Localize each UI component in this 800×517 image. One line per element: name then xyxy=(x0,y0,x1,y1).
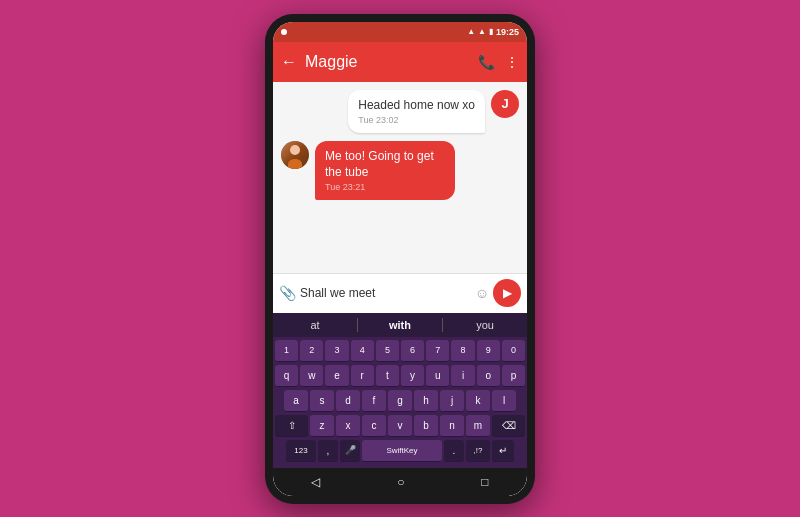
key-4[interactable]: 4 xyxy=(351,340,374,362)
nav-home-button[interactable]: ○ xyxy=(397,475,404,489)
key-i[interactable]: i xyxy=(451,365,474,387)
status-notifications xyxy=(281,29,287,35)
key-t[interactable]: t xyxy=(376,365,399,387)
keyboard-row-bottom: 123 , 🎤 SwiftKey . ,!? ↵ xyxy=(275,440,525,462)
wifi-icon: ▲ xyxy=(467,27,475,36)
autocomplete-bar: at with you xyxy=(273,313,527,337)
key-w[interactable]: w xyxy=(300,365,323,387)
key-z[interactable]: z xyxy=(310,415,334,437)
send-button[interactable]: ▶ xyxy=(493,279,521,307)
message-outgoing: Headed home now xo Tue 23:02 J xyxy=(281,90,519,134)
key-8[interactable]: 8 xyxy=(451,340,474,362)
key-b[interactable]: b xyxy=(414,415,438,437)
attach-icon[interactable]: 📎 xyxy=(279,285,296,301)
key-s[interactable]: s xyxy=(310,390,334,412)
contact-name: Maggie xyxy=(305,53,478,71)
key-j[interactable]: j xyxy=(440,390,464,412)
keyboard-row-qwerty: q w e r t y u i o p xyxy=(275,365,525,387)
keyboard: 1 2 3 4 5 6 7 8 9 0 q w e r t y u i xyxy=(273,337,527,468)
key-d[interactable]: d xyxy=(336,390,360,412)
incoming-message-text: Me too! Going to get the tube xyxy=(325,149,445,180)
key-0[interactable]: 0 xyxy=(502,340,525,362)
key-comma[interactable]: , xyxy=(318,440,338,462)
message-incoming: Me too! Going to get the tube Tue 23:21 xyxy=(281,141,519,200)
key-q[interactable]: q xyxy=(275,365,298,387)
key-5[interactable]: 5 xyxy=(376,340,399,362)
nav-back-button[interactable]: ◁ xyxy=(311,475,320,489)
incoming-bubble: Me too! Going to get the tube Tue 23:21 xyxy=(315,141,455,200)
message-input[interactable] xyxy=(300,286,471,300)
app-bar: ← Maggie 📞 ⋮ xyxy=(273,42,527,82)
notification-indicator xyxy=(281,29,287,35)
keyboard-row-numbers: 1 2 3 4 5 6 7 8 9 0 xyxy=(275,340,525,362)
key-c[interactable]: c xyxy=(362,415,386,437)
message-input-bar: 📎 ☺ ▶ xyxy=(273,273,527,313)
phone-call-button[interactable]: 📞 xyxy=(478,54,495,70)
key-backspace[interactable]: ⌫ xyxy=(492,415,525,437)
key-m[interactable]: m xyxy=(466,415,490,437)
more-options-button[interactable]: ⋮ xyxy=(505,54,519,70)
status-bar: ▲ ▲ ▮ 19:25 xyxy=(273,22,527,42)
back-button[interactable]: ← xyxy=(281,53,297,71)
key-7[interactable]: 7 xyxy=(426,340,449,362)
key-o[interactable]: o xyxy=(477,365,500,387)
key-r[interactable]: r xyxy=(351,365,374,387)
key-9[interactable]: 9 xyxy=(477,340,500,362)
key-3[interactable]: 3 xyxy=(325,340,348,362)
key-123[interactable]: 123 xyxy=(286,440,316,462)
keyboard-row-zxcv: ⇧ z x c v b n m ⌫ xyxy=(275,415,525,437)
key-period[interactable]: . xyxy=(444,440,464,462)
status-system-icons: ▲ ▲ ▮ 19:25 xyxy=(467,27,519,37)
emoji-button[interactable]: ☺ xyxy=(475,285,489,301)
phone-screen: ▲ ▲ ▮ 19:25 ← Maggie 📞 ⋮ Headed home now… xyxy=(273,22,527,496)
outgoing-bubble: Headed home now xo Tue 23:02 xyxy=(348,90,485,134)
key-h[interactable]: h xyxy=(414,390,438,412)
key-n[interactable]: n xyxy=(440,415,464,437)
outgoing-message-time: Tue 23:02 xyxy=(358,115,475,125)
status-time: 19:25 xyxy=(496,27,519,37)
outgoing-message-text: Headed home now xo xyxy=(358,98,475,114)
key-2[interactable]: 2 xyxy=(300,340,323,362)
key-f[interactable]: f xyxy=(362,390,386,412)
key-g[interactable]: g xyxy=(388,390,412,412)
autocomplete-item-with[interactable]: with xyxy=(358,319,442,331)
key-v[interactable]: v xyxy=(388,415,412,437)
key-u[interactable]: u xyxy=(426,365,449,387)
battery-icon: ▮ xyxy=(489,27,493,36)
key-e[interactable]: e xyxy=(325,365,348,387)
key-6[interactable]: 6 xyxy=(401,340,424,362)
key-shift[interactable]: ⇧ xyxy=(275,415,308,437)
app-bar-actions: 📞 ⋮ xyxy=(478,54,519,70)
key-mic[interactable]: 🎤 xyxy=(340,440,360,462)
key-a[interactable]: a xyxy=(284,390,308,412)
keyboard-row-asdf: a s d f g h j k l xyxy=(275,390,525,412)
key-punctuation[interactable]: ,!? xyxy=(466,440,490,462)
key-enter[interactable]: ↵ xyxy=(492,440,514,462)
key-p[interactable]: p xyxy=(502,365,525,387)
phone-device: ▲ ▲ ▮ 19:25 ← Maggie 📞 ⋮ Headed home now… xyxy=(265,14,535,504)
contact-avatar-image xyxy=(281,141,309,169)
key-space[interactable]: SwiftKey xyxy=(362,440,442,462)
chat-area: Headed home now xo Tue 23:02 J Me too! G… xyxy=(273,82,527,273)
key-x[interactable]: x xyxy=(336,415,360,437)
key-1[interactable]: 1 xyxy=(275,340,298,362)
key-l[interactable]: l xyxy=(492,390,516,412)
send-icon: ▶ xyxy=(503,286,512,300)
contact-avatar xyxy=(281,141,309,169)
avatar: J xyxy=(491,90,519,118)
autocomplete-item-at[interactable]: at xyxy=(273,319,357,331)
autocomplete-item-you[interactable]: you xyxy=(443,319,527,331)
signal-icon: ▲ xyxy=(478,27,486,36)
incoming-message-time: Tue 23:21 xyxy=(325,182,445,192)
key-y[interactable]: y xyxy=(401,365,424,387)
key-k[interactable]: k xyxy=(466,390,490,412)
nav-bar: ◁ ○ □ xyxy=(273,468,527,496)
nav-recents-button[interactable]: □ xyxy=(481,475,488,489)
